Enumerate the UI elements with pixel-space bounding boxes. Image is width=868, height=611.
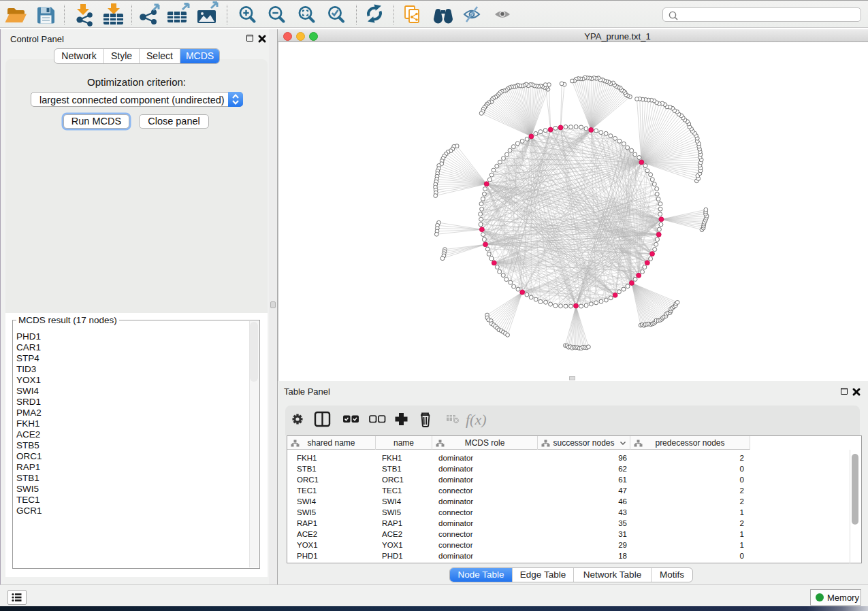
svg-text:f(x): f(x) xyxy=(466,411,487,428)
